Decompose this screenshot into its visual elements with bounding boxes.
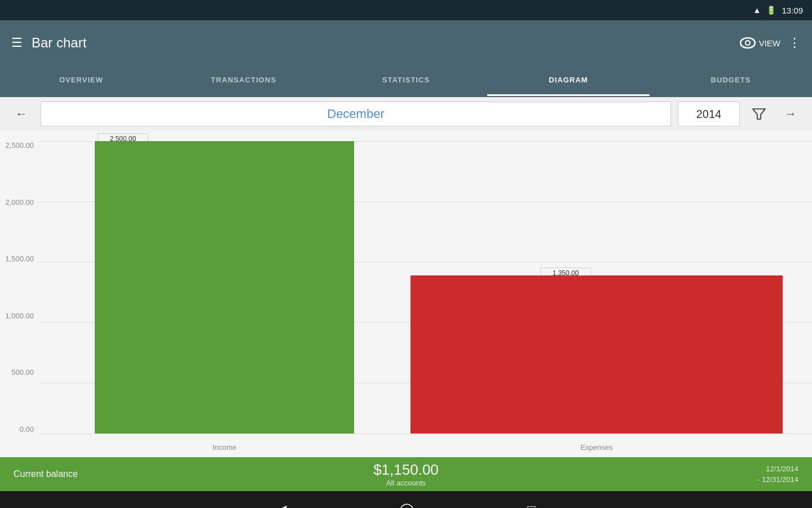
recent-button[interactable]: □	[527, 502, 536, 508]
svg-point-2	[746, 41, 749, 45]
nav-row: ← December 2014 →	[0, 97, 812, 131]
tab-diagram[interactable]: DIAGRAM	[487, 65, 650, 96]
all-accounts-label: All accounts	[373, 479, 439, 487]
app-bar-actions: VIEW ⋮	[740, 36, 801, 50]
more-icon[interactable]: ⋮	[788, 36, 801, 50]
back-button[interactable]: ◀	[276, 502, 286, 508]
balance-center: $1,150.00 All accounts	[373, 461, 439, 487]
next-arrow-button[interactable]: →	[778, 102, 803, 126]
expenses-bar[interactable]	[411, 275, 783, 433]
app-bar: ☰ Bar chart VIEW ⋮	[0, 20, 812, 65]
status-bar: ▲ 🔋 13:09	[0, 0, 812, 20]
status-time: 13:09	[782, 6, 803, 15]
y-label-1000: 1,000.00	[5, 312, 34, 320]
view-button[interactable]: VIEW	[740, 37, 780, 49]
date-range: 12/1/2014- 12/31/2014	[757, 463, 798, 485]
menu-icon[interactable]: ☰	[11, 36, 23, 50]
wifi-icon: ▲	[753, 6, 761, 15]
tab-bar: OVERVIEW TRANSACTIONS STATISTICS DIAGRAM…	[0, 65, 812, 97]
income-bar[interactable]	[95, 141, 354, 433]
y-label-0: 0.00	[20, 425, 34, 433]
view-label: VIEW	[759, 38, 780, 48]
home-button[interactable]: ◯	[399, 502, 414, 508]
grid-line-0	[38, 433, 812, 434]
filter-button[interactable]	[747, 102, 771, 126]
expenses-x-label: Expenses	[580, 443, 612, 452]
tab-overview[interactable]: OVERVIEW	[0, 65, 162, 96]
y-label-2500: 2,500.00	[5, 141, 34, 150]
app-title: Bar chart	[32, 35, 731, 51]
battery-icon: 🔋	[766, 6, 776, 15]
year-display[interactable]: 2014	[678, 102, 740, 126]
y-label-500: 500.00	[11, 368, 34, 376]
eye-icon	[740, 37, 756, 49]
android-nav-bar: ◀ ◯ □	[0, 491, 812, 508]
filter-icon	[752, 107, 766, 121]
chart-plot: 2,500.00 100.00% Income 1,350.00 54.00% …	[38, 131, 812, 457]
y-label-1500: 1,500.00	[5, 255, 34, 263]
tab-budgets[interactable]: BUDGETS	[650, 65, 812, 96]
y-axis: 2,500.00 2,000.00 1,500.00 1,000.00 500.…	[0, 131, 38, 457]
chart-area: 2,500.00 2,000.00 1,500.00 1,000.00 500.…	[0, 131, 812, 457]
income-x-label: Income	[213, 443, 237, 452]
tab-transactions[interactable]: TRANSACTIONS	[162, 65, 325, 96]
month-display[interactable]: December	[41, 102, 671, 126]
bottom-status-bar: Current balance $1,150.00 All accounts 1…	[0, 457, 812, 491]
balance-amount: $1,150.00	[373, 461, 439, 479]
current-balance-label: Current balance	[14, 469, 78, 479]
svg-marker-3	[753, 109, 765, 119]
y-label-2000: 2,000.00	[5, 198, 34, 207]
tab-statistics[interactable]: STATISTICS	[325, 65, 487, 96]
prev-arrow-button[interactable]: ←	[9, 102, 34, 126]
